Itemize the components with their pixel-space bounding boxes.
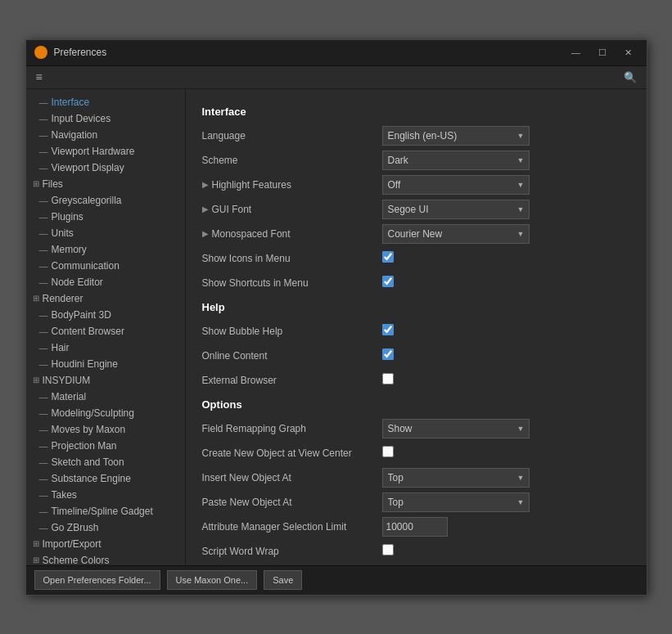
sidebar-item-plugins[interactable]: — Plugins [26,209,185,225]
paste-new-dropdown[interactable]: Top Bottom Sort [382,492,530,512]
sidebar-item-hair[interactable]: — Hair [26,339,185,356]
show-icons-label: Show Icons in Menu [202,253,382,264]
close-button[interactable]: ✕ [619,44,638,61]
use-maxon-one-button[interactable]: Use Maxon One... [167,570,258,590]
create-new-checkbox[interactable] [382,446,394,457]
sidebar-item-navigation[interactable]: — Navigation [26,127,185,143]
mono-font-arrow-icon: ▶ [202,229,209,238]
monospaced-font-control: Courier New Consolas [382,224,630,244]
external-browser-checkbox[interactable] [382,373,394,384]
open-prefs-folder-button[interactable]: Open Preferences Folder... [34,570,160,590]
sidebar-item-memory[interactable]: — Memory [26,241,185,258]
sidebar-item-interface[interactable]: — Interface [26,94,185,110]
language-dropdown[interactable]: English (en-US) German French [382,126,530,146]
insert-new-dropdown[interactable]: Top Bottom Sort [382,468,530,488]
language-dropdown-wrapper: English (en-US) German French [382,126,530,146]
sidebar-item-bodypaint[interactable]: — BodyPaint 3D [26,307,185,323]
external-browser-control [382,373,630,387]
show-icons-control [382,251,630,265]
sidebar: — Interface — Input Devices — Navigation… [26,89,186,565]
script-word-wrap-control [382,544,630,558]
highlight-features-dropdown-wrapper: Off On [382,175,530,195]
attr-manager-control [382,517,630,537]
script-word-wrap-checkbox[interactable] [382,544,394,555]
setting-show-icons: Show Icons in Menu [202,249,630,268]
setting-script-word-wrap: Script Word Wrap [202,542,630,561]
sidebar-item-insydium[interactable]: ⊞ INSYDIUM [26,372,185,389]
sidebar-item-moves-by-maxon[interactable]: — Moves by Maxon [26,421,185,438]
sidebar-item-viewport-display[interactable]: — Viewport Display [26,160,185,176]
sidebar-item-communication[interactable]: — Communication [26,258,185,274]
online-content-checkbox[interactable] [382,348,394,360]
sidebar-item-projection-man[interactable]: — Projection Man [26,438,185,454]
setting-monospaced-font: ▶ Monospaced Font Courier New Consolas [202,224,630,244]
sidebar-item-takes[interactable]: — Takes [26,487,185,503]
search-icon[interactable]: 🔍 [619,68,642,87]
field-remapping-dropdown[interactable]: Show Hide [382,419,530,438]
setting-scheme: Scheme Dark Light [202,151,630,170]
setting-language: Language English (en-US) German French [202,126,630,146]
setting-show-bubble: Show Bubble Help [202,321,630,341]
monospaced-font-dropdown[interactable]: Courier New Consolas [382,224,530,244]
save-button[interactable]: Save [264,570,302,590]
sidebar-item-input-devices[interactable]: — Input Devices [26,110,185,127]
setting-show-shortcuts: Show Shortcuts in Menu [202,273,630,293]
sidebar-item-modeling-sculpting[interactable]: — Modeling/Sculpting [26,405,185,421]
insert-new-label: Insert New Object At [202,472,382,483]
section-title-help: Help [202,301,630,313]
sidebar-item-scheme-colors[interactable]: ⊞ Scheme Colors [26,552,185,565]
create-new-label: Create New Object at View Center [202,447,382,459]
show-shortcuts-checkbox[interactable] [382,276,394,287]
show-icons-checkbox[interactable] [382,251,394,263]
online-content-control [382,348,630,362]
sidebar-item-content-browser[interactable]: — Content Browser [26,323,185,339]
attr-manager-label: Attribute Manager Selection Limit [202,521,382,533]
sidebar-item-sketch-toon[interactable]: — Sketch and Toon [26,454,185,470]
sidebar-item-node-editor[interactable]: — Node Editor [26,274,185,290]
scheme-control: Dark Light [382,151,630,170]
sidebar-item-houdini-engine[interactable]: — Houdini Engine [26,356,185,372]
titlebar-controls: — ☐ ✕ [566,44,638,61]
scheme-dropdown[interactable]: Dark Light [382,151,530,170]
script-word-wrap-label: Script Word Wrap [202,546,382,557]
show-bubble-checkbox[interactable] [382,324,394,335]
show-bubble-label: Show Bubble Help [202,326,382,337]
setting-insert-new: Insert New Object At Top Bottom Sort [202,468,630,488]
paste-new-label: Paste New Object At [202,497,382,508]
online-content-label: Online Content [202,350,382,362]
sidebar-item-material[interactable]: — Material [26,389,185,405]
section-title-interface: Interface [202,106,630,118]
monospaced-font-dropdown-wrapper: Courier New Consolas [382,224,530,244]
sidebar-item-timeline-spline-gadget[interactable]: — Timeline/Spline Gadget [26,503,185,519]
scheme-dropdown-wrapper: Dark Light [382,151,530,170]
sidebar-item-viewport-hardware[interactable]: — Viewport Hardware [26,143,185,160]
scheme-label: Scheme [202,155,382,166]
sidebar-item-import-export[interactable]: ⊞ Import/Export [26,536,185,552]
highlight-features-dropdown[interactable]: Off On [382,175,530,195]
language-label: Language [202,130,382,142]
window-title: Preferences [54,47,566,58]
setting-field-remapping: Field Remapping Graph Show Hide [202,419,630,438]
minimize-button[interactable]: — [566,44,586,61]
external-browser-label: External Browser [202,375,382,386]
monospaced-font-label: ▶ Monospaced Font [202,228,382,240]
maximize-button[interactable]: ☐ [593,44,612,61]
gui-font-dropdown[interactable]: Segoe UI Arial [382,200,530,219]
attr-manager-input[interactable] [382,517,448,537]
setting-external-browser: External Browser [202,371,630,390]
sidebar-item-files[interactable]: ⊞ Files [26,176,185,192]
content-area: — Interface — Input Devices — Navigation… [26,89,647,565]
sidebar-item-renderer[interactable]: ⊞ Renderer [26,290,185,307]
titlebar: Preferences — ☐ ✕ [26,40,647,66]
section-title-options: Options [202,398,630,411]
field-remapping-label: Field Remapping Graph [202,423,382,434]
sidebar-item-substance-engine[interactable]: — Substance Engine [26,470,185,487]
sidebar-item-go-zbrush[interactable]: — Go ZBrush [26,519,185,536]
gui-font-arrow-icon: ▶ [202,205,209,214]
show-bubble-control [382,324,630,338]
hamburger-icon[interactable]: ≡ [31,67,47,87]
sidebar-item-greyscalegorilla[interactable]: — Greyscalegorilla [26,192,185,209]
highlight-features-control: Off On [382,175,630,195]
show-shortcuts-control [382,276,630,290]
sidebar-item-units[interactable]: — Units [26,225,185,241]
